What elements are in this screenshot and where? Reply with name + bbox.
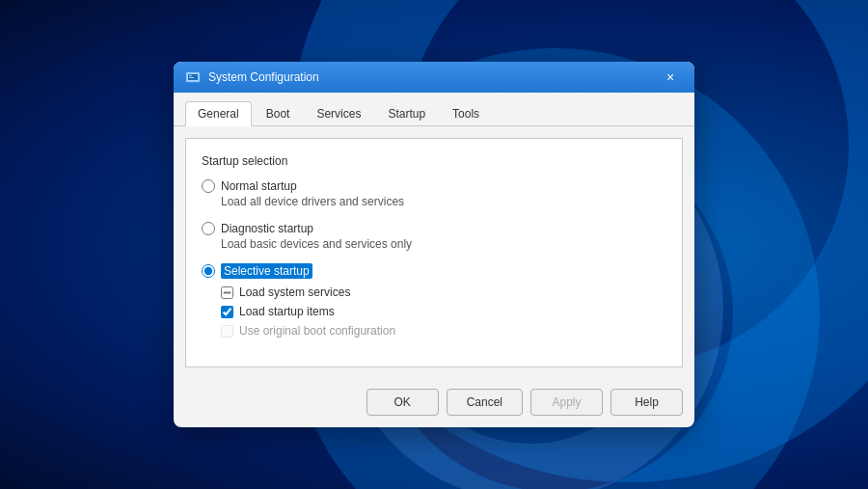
apply-button[interactable]: Apply [530, 389, 603, 416]
diagnostic-startup-option: Diagnostic startup Load basic devices an… [202, 222, 666, 251]
normal-startup-description: Load all device drivers and services [221, 195, 666, 208]
diagnostic-startup-radio[interactable] [202, 222, 215, 235]
tab-bar: General Boot Services Startup Tools [174, 93, 694, 126]
ok-button[interactable]: OK [366, 389, 439, 416]
tab-general[interactable]: General [185, 101, 252, 126]
diagnostic-startup-text: Diagnostic startup [221, 222, 313, 235]
normal-startup-radio[interactable] [202, 179, 215, 193]
diagnostic-startup-label[interactable]: Diagnostic startup [202, 222, 666, 235]
tab-startup[interactable]: Startup [375, 101, 438, 126]
tab-tools[interactable]: Tools [440, 101, 492, 126]
svg-rect-3 [189, 77, 194, 78]
normal-startup-option: Normal startup Load all device drivers a… [202, 179, 666, 208]
load-startup-items-row: Load startup items [221, 305, 666, 318]
use-original-boot-row: Use original boot configuration [221, 324, 666, 338]
use-original-boot-checkbox [221, 325, 233, 338]
use-original-boot-label: Use original boot configuration [239, 324, 395, 338]
dialog-content-area: Startup selection Normal startup Load al… [185, 138, 683, 367]
normal-startup-label[interactable]: Normal startup [202, 179, 666, 193]
system-configuration-dialog: System Configuration × General Boot Serv… [174, 62, 694, 427]
selective-startup-radio[interactable] [202, 264, 215, 278]
dialog-overlay: System Configuration × General Boot Serv… [0, 0, 868, 489]
selective-startup-option: Selective startup Load system services L… [202, 264, 666, 338]
load-system-services-label[interactable]: Load system services [239, 285, 350, 299]
help-button[interactable]: Help [610, 389, 683, 416]
selective-startup-highlight: Selective startup [221, 263, 312, 279]
selective-startup-text: Selective startup [221, 264, 312, 278]
title-bar: System Configuration × [174, 62, 694, 93]
section-title: Startup selection [202, 154, 666, 168]
load-system-services-row: Load system services [221, 285, 666, 299]
tab-boot[interactable]: Boot [254, 101, 303, 126]
diagnostic-startup-description: Load basic devices and services only [221, 237, 666, 251]
button-row: OK Cancel Apply Help [174, 379, 694, 427]
close-button[interactable]: × [658, 68, 683, 87]
title-bar-icon [185, 69, 201, 85]
cancel-button[interactable]: Cancel [447, 389, 523, 416]
load-startup-items-checkbox[interactable] [221, 306, 233, 318]
svg-rect-2 [189, 75, 192, 76]
selective-startup-children: Load system services Load startup items … [221, 285, 666, 338]
tab-services[interactable]: Services [304, 101, 373, 126]
selective-startup-label[interactable]: Selective startup [202, 264, 666, 278]
normal-startup-text: Normal startup [221, 179, 297, 193]
load-system-services-checkbox[interactable] [221, 286, 233, 299]
dialog-title: System Configuration [208, 70, 658, 84]
load-startup-items-label[interactable]: Load startup items [239, 305, 335, 318]
